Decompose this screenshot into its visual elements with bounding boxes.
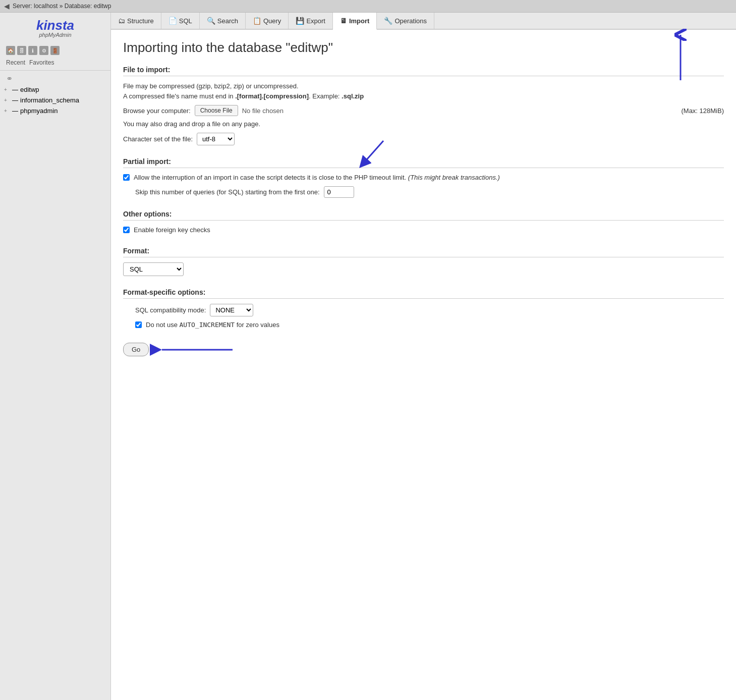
- sql-icon: 📄: [168, 17, 177, 25]
- content-area: 🗂 Structure 📄 SQL 🔍 Search 📋 Query 💾 Exp…: [111, 13, 736, 700]
- section-file-import: File to import: File may be compressed (…: [123, 66, 724, 145]
- tab-export-label: Export: [306, 17, 325, 25]
- skip-input[interactable]: [324, 186, 354, 198]
- db-name-editwp: editwp: [20, 86, 39, 93]
- browse-label: Browse your computer:: [123, 107, 191, 115]
- tab-search-label: Search: [217, 17, 238, 25]
- interrupt-checkbox-row: Allow the interruption of an import in c…: [123, 173, 724, 182]
- foreign-key-checkbox[interactable]: [123, 227, 130, 233]
- arrow-choose-file: [353, 136, 414, 176]
- charset-row: Character set of the file: utf-8: [123, 133, 724, 145]
- tab-structure[interactable]: 🗂 Structure: [111, 13, 161, 29]
- interrupt-label: Allow the interruption of an import in c…: [134, 173, 500, 182]
- no-file-text: No file chosen: [242, 107, 284, 115]
- top-bar: ◀ Server: localhost » Database: editwp: [0, 0, 736, 13]
- tab-import[interactable]: 🖥 Import: [333, 13, 377, 30]
- db-item-information-schema[interactable]: + — information_schema: [0, 95, 110, 105]
- section-format-specific: Format-specific options: SQL compatibili…: [123, 288, 724, 330]
- sidebar-dots: ⚭: [0, 73, 110, 84]
- partial-import-header: Partial import:: [123, 157, 724, 168]
- logo-subtitle: phpMyAdmin: [6, 32, 104, 38]
- query-icon: 📋: [253, 17, 261, 25]
- charset-select[interactable]: utf-8: [197, 133, 235, 145]
- sidebar-links: Recent Favorites: [0, 57, 110, 68]
- format-header: Format:: [123, 247, 724, 257]
- tab-sql[interactable]: 📄 SQL: [161, 13, 200, 29]
- db-item-editwp[interactable]: + — editwp: [0, 84, 110, 95]
- go-button-row: Go: [123, 342, 724, 357]
- skip-label: Skip this number of queries (for SQL) st…: [135, 188, 320, 196]
- arrow-operations: [665, 30, 696, 90]
- skip-row: Skip this number of queries (for SQL) st…: [123, 186, 724, 198]
- tab-bar: 🗂 Structure 📄 SQL 🔍 Search 📋 Query 💾 Exp…: [111, 13, 736, 30]
- tab-query-label: Query: [263, 17, 281, 25]
- recent-link[interactable]: Recent: [6, 59, 25, 66]
- sidebar: kinsta phpMyAdmin 🏠 🗄 ℹ ⚙ 🚪 Recent Favor…: [0, 13, 111, 700]
- compat-row: SQL compatibility mode: NONE: [123, 304, 724, 316]
- tab-query[interactable]: 📋 Query: [246, 13, 289, 29]
- db-icon-editwp: —: [12, 86, 18, 93]
- format-specific-header: Format-specific options:: [123, 288, 724, 299]
- tab-operations[interactable]: 🔧 Operations: [377, 13, 434, 29]
- page-content: Importing into the database "editwp" Fil…: [111, 30, 736, 700]
- arrow-go: [157, 342, 238, 357]
- expand-icon: +: [4, 87, 10, 92]
- go-button[interactable]: Go: [123, 343, 149, 356]
- logo-kinsta: kinsta: [6, 19, 104, 32]
- search-icon: 🔍: [207, 17, 215, 25]
- expand-icon: +: [4, 97, 10, 103]
- section-format: Format: SQL: [123, 247, 724, 276]
- logo: kinsta phpMyAdmin: [0, 13, 110, 44]
- breadcrumb: Server: localhost » Database: editwp: [13, 3, 111, 10]
- tab-operations-label: Operations: [394, 17, 427, 25]
- tab-export[interactable]: 💾 Export: [289, 13, 333, 29]
- import-icon: 🖥: [340, 17, 347, 25]
- foreign-key-label: Enable foreign key checks: [134, 226, 210, 235]
- file-import-header: File to import:: [123, 66, 724, 76]
- sqlzip-text: .sql.zip: [342, 92, 364, 100]
- home-icon[interactable]: 🏠: [6, 46, 15, 55]
- drag-drop-text: You may also drag and drop a file on any…: [123, 120, 724, 128]
- max-size-text: (Max: 128MiB): [681, 107, 724, 115]
- file-input-row: Browse your computer: Choose File No fil…: [123, 105, 724, 116]
- tab-import-label: Import: [349, 17, 369, 25]
- charset-label: Character set of the file:: [123, 135, 193, 143]
- format-select[interactable]: SQL: [123, 262, 184, 276]
- exit-icon[interactable]: 🚪: [50, 46, 60, 55]
- operations-icon: 🔧: [384, 17, 392, 25]
- info-icon[interactable]: ℹ: [28, 46, 37, 55]
- settings-icon[interactable]: ⚙: [39, 46, 48, 55]
- compat-label: SQL compatibility mode:: [135, 306, 206, 314]
- tab-search[interactable]: 🔍 Search: [200, 13, 246, 29]
- structure-icon: 🗂: [118, 17, 125, 25]
- db-icon-info: —: [12, 97, 18, 104]
- favorites-link[interactable]: Favorites: [29, 59, 54, 66]
- sidebar-toolbar: 🏠 🗄 ℹ ⚙ 🚪: [0, 44, 110, 57]
- section-other-options: Other options: Enable foreign key checks: [123, 210, 724, 235]
- format-text: .[format].[compression]: [235, 92, 309, 100]
- export-icon: 💾: [296, 17, 304, 25]
- foreign-key-row: Enable foreign key checks: [123, 226, 724, 235]
- section-partial-import: Partial import: Allow the interruption o…: [123, 157, 724, 198]
- db-name-info: information_schema: [20, 96, 79, 104]
- other-options-header: Other options:: [123, 210, 724, 221]
- expand-icon: +: [4, 108, 10, 114]
- choose-file-button[interactable]: Choose File: [195, 105, 238, 116]
- page-title: Importing into the database "editwp": [123, 40, 724, 56]
- compat-select[interactable]: NONE: [210, 304, 253, 316]
- svg-line-1: [363, 141, 383, 164]
- db-item-phpmyadmin[interactable]: + — phpmyadmin: [0, 105, 110, 116]
- interrupt-checkbox[interactable]: [123, 174, 130, 181]
- auto-increment-checkbox[interactable]: [135, 321, 142, 328]
- db-icon[interactable]: 🗄: [17, 46, 26, 55]
- tab-structure-label: Structure: [127, 17, 154, 25]
- db-name-pma: phpmyadmin: [20, 107, 58, 115]
- back-button[interactable]: ◀: [4, 2, 10, 10]
- auto-increment-label: Do not use AUTO_INCREMENT for zero value…: [146, 320, 279, 330]
- tab-sql-label: SQL: [179, 17, 192, 25]
- db-icon-pma: —: [12, 107, 18, 115]
- file-desc-1: File may be compressed (gzip, bzip2, zip…: [123, 81, 724, 101]
- auto-increment-row: Do not use AUTO_INCREMENT for zero value…: [123, 320, 724, 330]
